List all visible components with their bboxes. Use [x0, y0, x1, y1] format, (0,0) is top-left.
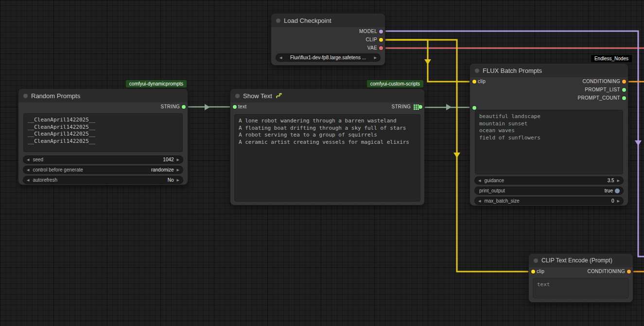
widget-label: seed [33, 157, 159, 162]
output-row-string: STRING [18, 103, 188, 111]
seed-widget[interactable]: ◀ seed 1042 ▶ [23, 156, 183, 163]
node-source-badge: Endless_Nodes [591, 55, 632, 62]
wire-clip-1-arrow-icon [424, 59, 431, 65]
autorefresh-widget[interactable]: ◀ autorefresh No ▶ [23, 176, 183, 184]
decrement-icon[interactable]: ◀ [27, 158, 29, 162]
print-output-widget[interactable]: print_output true [475, 187, 623, 194]
input-slot-prompts[interactable] [472, 106, 476, 110]
output-row-model: MODEL [271, 27, 385, 35]
output-slot-string[interactable] [418, 105, 422, 109]
slot-label: STRING [160, 104, 180, 109]
batch-prompts-text-area[interactable]: beautiful landscape mountain sunset ocea… [475, 110, 623, 174]
wire-model-arrow-icon [635, 140, 642, 146]
grid-icon [414, 104, 415, 106]
random-prompts-title-bar[interactable]: Random Prompts [18, 89, 188, 103]
increment-icon[interactable]: ▶ [177, 158, 179, 162]
output-slot-conditioning[interactable] [627, 270, 631, 274]
node-title: Random Prompts [31, 92, 80, 100]
prev-value-icon[interactable]: ◀ [279, 56, 282, 60]
output-slot-clip[interactable] [379, 38, 383, 42]
output-row-prompt-count: PROMPT_COUNT [470, 94, 628, 102]
input-slot-text[interactable] [233, 105, 237, 109]
widget-label: control before generate [33, 167, 148, 172]
guidance-widget[interactable]: ◀ guidance 3.5 ▶ [475, 177, 623, 184]
show-text-title-bar[interactable]: Show Text [230, 89, 424, 103]
clip-text-encode-title-bar[interactable]: CLIP Text Encode (Prompt) [529, 254, 633, 267]
slot-label: PROMPT_LIST [585, 87, 620, 92]
toggle-icon[interactable] [615, 189, 620, 193]
input-slot-label: clip [537, 269, 544, 274]
increment-icon[interactable]: ▶ [617, 179, 620, 183]
node-source-badge: comfyui-dynamicprompts [126, 80, 187, 87]
output-slot-label: CONDITIONING [588, 269, 626, 274]
increment-icon[interactable]: ▶ [617, 199, 620, 203]
node-clip-text-encode[interactable]: CLIP Text Encode (Prompt) clip CONDITION… [529, 254, 633, 302]
node-show-text[interactable]: comfyui-custom-scripts Show Text text ST… [230, 89, 424, 205]
prompt-text-area[interactable]: __CleanApril1422025__ __CleanApril142202… [23, 113, 183, 152]
decrement-icon[interactable]: ◀ [27, 178, 29, 182]
widget-value: randomize [151, 167, 174, 172]
input-slot-clip[interactable] [531, 270, 535, 274]
slot-label: VAE [367, 45, 377, 51]
input-slot-label: text [238, 104, 246, 109]
input-slot-label: clip [478, 79, 486, 84]
output-slot-model[interactable] [379, 30, 383, 34]
flux-batch-title-bar[interactable]: FLUX Batch Prompts [470, 64, 628, 77]
ckpt-name-widget[interactable]: ◀ Flux\flux1-dev-fp8.large.safetens ... … [276, 54, 380, 61]
output-slot-vae[interactable] [379, 46, 383, 50]
node-title: Load Checkpoint [284, 17, 331, 24]
output-row-vae: VAE [271, 44, 385, 52]
max-batch-size-widget[interactable]: ◀ max_batch_size 0 ▶ [475, 197, 623, 205]
widget-label: guidance [484, 178, 604, 183]
decrement-icon[interactable]: ◀ [27, 168, 29, 172]
output-slot-label: STRING [391, 104, 411, 109]
widget-value: 1042 [163, 157, 174, 162]
wire-string-2-arrow-icon [446, 104, 452, 110]
node-graph-canvas[interactable]: Load Checkpoint MODEL CLIP VAE ◀ Flux\fl… [0, 0, 644, 326]
io-row-clip-conditioning: clip CONDITIONING [470, 77, 628, 86]
output-slot-conditioning[interactable] [622, 80, 626, 84]
output-row-prompt-list: PROMPT_LIST [470, 86, 628, 94]
widget-value: true [605, 188, 613, 193]
collapse-dot-icon[interactable] [475, 69, 479, 73]
wire-string-1-arrow-icon [205, 104, 210, 110]
wire-clip-2-arrow-icon [453, 153, 460, 158]
node-title: Show Text [243, 92, 272, 100]
output-slot-prompt-count[interactable] [622, 96, 626, 100]
increment-icon[interactable]: ▶ [177, 178, 179, 182]
collapse-dot-icon[interactable] [534, 258, 538, 263]
node-title: FLUX Batch Prompts [483, 67, 542, 74]
decrement-icon[interactable]: ◀ [478, 179, 481, 183]
collapse-dot-icon[interactable] [235, 94, 240, 98]
increment-icon[interactable]: ▶ [177, 168, 179, 172]
io-row: text STRING [230, 103, 424, 111]
slot-label: PROMPT_COUNT [578, 95, 621, 101]
widget-label: print_output [479, 188, 601, 193]
slot-label: CLIP [366, 37, 377, 42]
node-random-prompts[interactable]: comfyui-dynamicprompts Random Prompts ST… [18, 89, 188, 185]
widget-label: autorefresh [33, 177, 164, 183]
shown-text-area[interactable]: A lone robot wandering through a barren … [234, 114, 420, 202]
widget-value: 3.5 [608, 178, 614, 183]
collapse-dot-icon[interactable] [23, 94, 28, 98]
output-slot-label: CONDITIONING [583, 79, 621, 84]
widget-value: No [168, 177, 174, 183]
node-load-checkpoint[interactable]: Load Checkpoint MODEL CLIP VAE ◀ Flux\fl… [271, 14, 385, 65]
output-slot-string[interactable] [182, 105, 186, 109]
snake-icon [276, 92, 282, 99]
collapse-dot-icon[interactable] [276, 18, 280, 23]
load-checkpoint-title-bar[interactable]: Load Checkpoint [271, 14, 385, 27]
prompt-text-area[interactable]: text [533, 278, 629, 298]
node-source-badge: comfyui-custom-scripts [367, 80, 423, 87]
output-slot-prompt-list[interactable] [622, 88, 626, 92]
output-row-clip: CLIP [271, 35, 385, 44]
widget-label: max_batch_size [484, 198, 608, 204]
io-row-clip-conditioning: clip CONDITIONING [529, 267, 633, 275]
slot-label: MODEL [359, 29, 377, 34]
node-flux-batch-prompts[interactable]: Endless_Nodes FLUX Batch Prompts clip CO… [470, 64, 628, 206]
input-slot-clip[interactable] [472, 80, 476, 84]
decrement-icon[interactable]: ◀ [478, 199, 481, 203]
control-before-generate-widget[interactable]: ◀ control before generate randomize ▶ [23, 166, 183, 173]
next-value-icon[interactable]: ▶ [374, 56, 377, 60]
ckpt-name-value: Flux\flux1-dev-fp8.large.safetens ... [284, 55, 372, 60]
